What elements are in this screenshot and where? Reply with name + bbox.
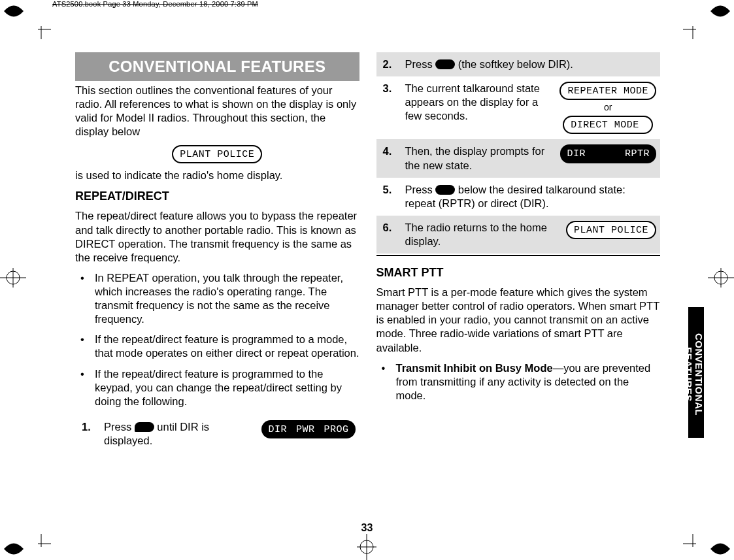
step-2-text-b: (the softkey below DIR).: [455, 58, 573, 70]
display-repeater-mode: REPEATER MODE: [559, 82, 656, 100]
disp-seg: DIR: [268, 423, 287, 436]
crop-inner-tl: [31, 20, 51, 39]
reg-mark-br: [710, 542, 730, 556]
section-title: CONVENTIONAL FEATURES: [75, 52, 359, 81]
crop-left: [0, 268, 26, 288]
section-divider: [376, 255, 661, 256]
intro-paragraph-2: is used to indicate the radio's home dis…: [75, 169, 359, 182]
display-plant-police: PLANT POLICE: [566, 221, 656, 239]
smart-ptt-paragraph: Smart PTT is a per-mode feature which gi…: [376, 286, 661, 355]
smart-ptt-bullets: Transmit Inhibit on Busy Mode—you are pr…: [376, 361, 661, 403]
left-column: CONVENTIONAL FEATURES This section outli…: [75, 52, 359, 510]
right-column: Press (the softkey below DIR). The curre…: [376, 52, 661, 510]
repeat-direct-bullets: In REPEAT operation, you talk through th…: [75, 271, 359, 408]
step-5: Press below the desired talkaround state…: [376, 178, 661, 216]
steps-list-right: Press (the softkey below DIR). The curre…: [376, 52, 661, 254]
bullet-item: If the repeat/direct feature is programm…: [75, 333, 359, 360]
reg-mark-bl: [4, 542, 24, 556]
step-6: The radio returns to the home display. P…: [376, 216, 661, 254]
reg-mark-tl: [4, 4, 24, 18]
display-dir-pwr-prog: DIR PWR PROG: [261, 420, 355, 438]
repeat-direct-paragraph: The repeat/direct feature allows you to …: [75, 209, 359, 264]
crop-inner-tr: [683, 20, 703, 39]
steps-list-left: Press until DIR is displayed. DIR PWR PR…: [75, 415, 359, 453]
intro-paragraph-1: This section outlines the conventional f…: [75, 84, 359, 139]
step-3: The current talkaround state appears on …: [376, 76, 661, 139]
disp-seg: DIR: [567, 148, 586, 160]
display-dir-rptr: DIR RPTR: [560, 144, 656, 163]
softkey-icon: [435, 185, 455, 195]
bullet-item: In REPEAT operation, you talk through th…: [75, 271, 359, 326]
page-content: CONVENTIONAL FEATURES This section outli…: [75, 52, 660, 510]
thumb-tab: CONVENTIONAL FEATURES: [688, 307, 704, 438]
reg-mark-tr: [710, 4, 730, 18]
disp-seg: PWR: [296, 423, 315, 436]
step-1-text-a: Press: [104, 421, 135, 433]
step-4: Then, the display prompts for the new st…: [376, 139, 661, 177]
crop-bottom: [357, 534, 376, 560]
bullet-item: If the repeat/direct feature is programm…: [75, 367, 359, 408]
crop-right: [708, 268, 734, 288]
page-number: 33: [0, 522, 734, 534]
display-direct-mode: DIRECT MODE: [563, 116, 653, 134]
crop-inner-bl: [31, 534, 51, 553]
step-1: Press until DIR is displayed. DIR PWR PR…: [75, 415, 359, 453]
softkey-icon: [435, 59, 455, 69]
bullet-label: Transmit Inhibit on Busy Mode: [396, 362, 553, 374]
disp-seg: PROG: [324, 423, 348, 436]
framemaker-header: ATS2500.book Page 33 Monday, December 18…: [52, 0, 258, 8]
step-6-text: The radio returns to the home display.: [405, 221, 559, 248]
menu-key-icon: [135, 422, 154, 432]
step-2: Press (the softkey below DIR).: [376, 52, 661, 76]
smart-ptt-heading: SMART PTT: [376, 265, 661, 280]
repeat-direct-heading: REPEAT/DIRECT: [75, 189, 359, 204]
or-label: or: [559, 102, 656, 114]
step-4-text: Then, the display prompts for the new st…: [405, 144, 554, 172]
step-3-text: The current talkaround state appears on …: [405, 82, 554, 123]
bullet-item: Transmit Inhibit on Busy Mode—you are pr…: [376, 361, 661, 403]
step-2-text-a: Press: [405, 58, 436, 70]
home-display-box: PLANT POLICE: [172, 145, 262, 163]
crop-inner-br: [683, 534, 703, 553]
step-5-text-a: Press: [405, 184, 436, 195]
disp-seg: RPTR: [625, 148, 650, 160]
